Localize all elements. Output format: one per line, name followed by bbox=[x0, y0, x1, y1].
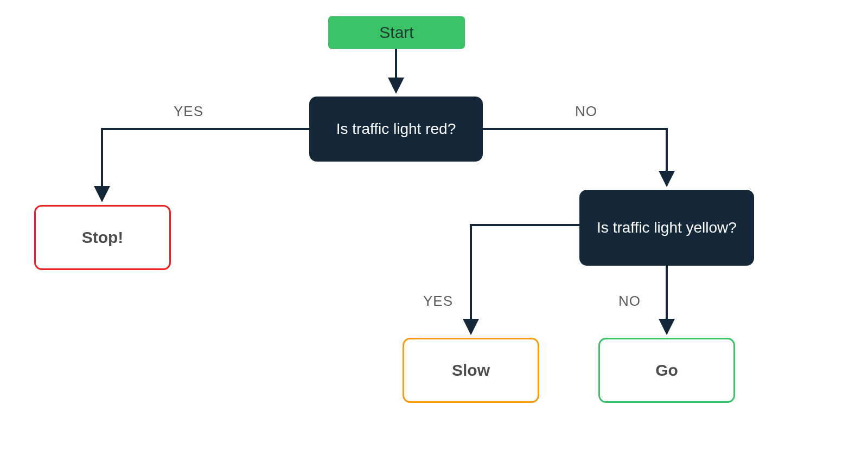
branch-label-yellow-yes: YES bbox=[423, 293, 453, 310]
outcome-stop-label: Stop! bbox=[82, 228, 124, 247]
outcome-go-label: Go bbox=[655, 361, 678, 380]
decision-red-label: Is traffic light red? bbox=[336, 120, 456, 138]
branch-label-yellow-no: NO bbox=[618, 293, 641, 310]
decision-yellow-label: Is traffic light yellow? bbox=[597, 219, 737, 236]
decision-yellow-node: Is traffic light yellow? bbox=[579, 190, 754, 266]
branch-label-red-yes: YES bbox=[174, 103, 203, 120]
decision-red-node: Is traffic light red? bbox=[309, 97, 483, 162]
outcome-slow-label: Slow bbox=[452, 361, 490, 380]
outcome-slow-node: Slow bbox=[403, 338, 539, 403]
outcome-stop-node: Stop! bbox=[34, 205, 171, 270]
branch-label-red-no: NO bbox=[575, 103, 597, 120]
outcome-go-node: Go bbox=[598, 338, 735, 403]
start-label: Start bbox=[379, 23, 413, 42]
start-node: Start bbox=[328, 16, 465, 49]
